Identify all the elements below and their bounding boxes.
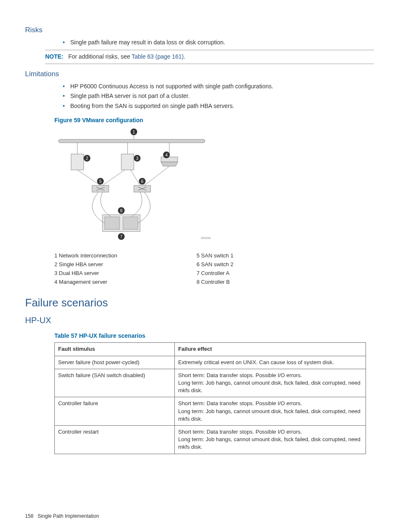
legend-item: 7 Controller A	[197, 270, 339, 277]
note-text-after: .	[184, 53, 185, 60]
table-cell: Controller failure	[55, 397, 175, 426]
list-item: Single path HBA server is not part of a …	[63, 92, 374, 100]
table-cell: Short term: Data transfer stops. Possibl…	[175, 369, 366, 397]
table-row: Server failure (host power-cycled) Extre…	[55, 356, 366, 369]
page-footer: 158 Single Path Implementation	[25, 513, 374, 520]
note-text: For additional risks, see	[68, 53, 131, 60]
page-number: 158	[25, 513, 33, 519]
list-item: Booting from the SAN is supported on sin…	[63, 102, 374, 111]
hpux-heading: HP-UX	[25, 314, 374, 326]
table-cell: Short term: Data transfer stops. Possibl…	[175, 397, 366, 426]
failure-table: Fault stimulus Failure effect Server fai…	[54, 342, 366, 454]
figure-diagram: 1 2 3 4 5 6 8 7 26434a	[54, 127, 374, 247]
note-box: NOTE: For additional risks, see Table 63…	[45, 50, 374, 64]
table-cell: Short term: Data transfer stops. Possibl…	[175, 425, 366, 454]
risks-list: Single path failure may result in data l…	[25, 39, 374, 47]
svg-rect-7	[71, 154, 84, 170]
legend-item: 4 Management server	[54, 278, 197, 286]
figure-legend: 1 Network interconnection 2 Single HBA s…	[54, 251, 374, 288]
failure-heading: Failure scenarios	[25, 295, 374, 310]
table-cell: Extremely critical event on UNIX. Can ca…	[175, 356, 366, 369]
note-label: NOTE:	[45, 53, 64, 60]
svg-line-27	[77, 170, 100, 185]
table-cell: Switch failure (SAN switch disabled)	[55, 369, 175, 397]
svg-text:8: 8	[120, 208, 123, 213]
svg-rect-10	[121, 154, 134, 170]
svg-text:4: 4	[165, 153, 168, 157]
legend-item: 6 SAN switch 2	[197, 261, 339, 268]
limitations-list: HP P6000 Continuous Access is not suppor…	[25, 82, 374, 111]
table-cell: Controller restart	[55, 425, 175, 454]
legend-item: 5 SAN switch 1	[197, 252, 339, 260]
figure-caption: Figure 59 VMware configuration	[54, 116, 374, 125]
svg-rect-0	[59, 139, 205, 143]
svg-text:6: 6	[141, 179, 143, 184]
svg-line-30	[144, 166, 169, 185]
svg-marker-14	[161, 162, 178, 166]
svg-rect-33	[123, 217, 138, 229]
table-cell: Server failure (host power-cycled)	[55, 356, 175, 369]
table-header: Failure effect	[175, 343, 366, 356]
table-row: Switch failure (SAN switch disabled) Sho…	[55, 369, 366, 397]
legend-item: 1 Network interconnection	[54, 252, 197, 260]
svg-line-29	[130, 170, 140, 185]
legend-item: 8 Controller B	[197, 278, 339, 286]
limitations-heading: Limitations	[25, 69, 374, 79]
svg-text:2: 2	[86, 156, 88, 161]
svg-text:3: 3	[136, 156, 138, 161]
legend-item: 2 Single HBA server	[54, 261, 197, 268]
svg-text:1: 1	[133, 130, 135, 134]
svg-text:5: 5	[99, 179, 102, 184]
risks-heading: Risks	[25, 25, 374, 35]
svg-rect-13	[161, 157, 178, 162]
figure-id: 26434a	[201, 236, 210, 239]
list-item: HP P6000 Continuous Access is not suppor…	[63, 82, 374, 91]
svg-rect-32	[105, 217, 120, 229]
table-row: Controller restart Short term: Data tran…	[55, 425, 366, 454]
legend-item: 3 Dual HBA server	[54, 270, 197, 277]
table-header: Fault stimulus	[55, 343, 175, 356]
table-row: Controller failure Short term: Data tran…	[55, 397, 366, 426]
svg-line-28	[102, 170, 125, 185]
footer-title: Single Path Implementation	[38, 513, 99, 519]
note-link[interactable]: Table 63 (page 161)	[132, 53, 184, 60]
list-item: Single path failure may result in data l…	[63, 39, 374, 47]
svg-text:7: 7	[120, 234, 123, 239]
table-caption: Table 57 HP-UX failure scenarios	[54, 332, 374, 340]
